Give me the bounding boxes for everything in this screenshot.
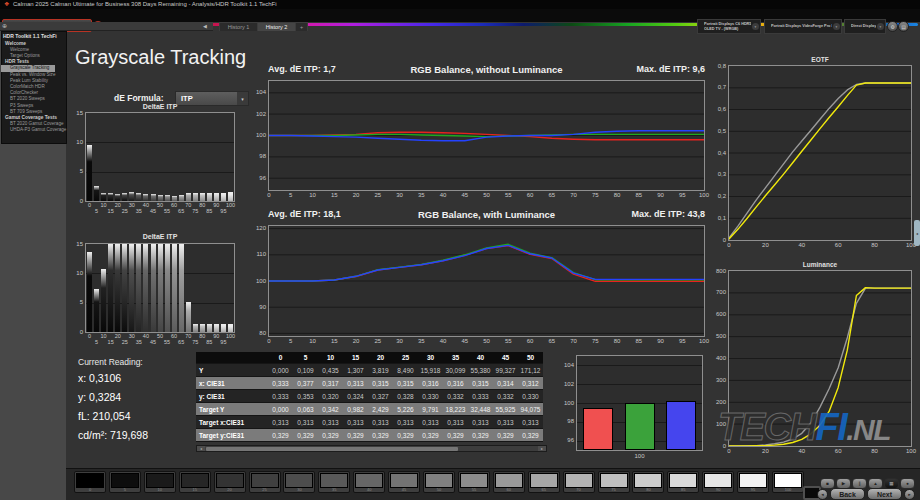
x-tick-label: 70 <box>565 338 583 344</box>
gray-patch-button-60[interactable]: 60 <box>493 471 525 493</box>
gray-swatch <box>76 473 104 488</box>
gray-patch-button-5[interactable]: 5 <box>109 471 141 493</box>
meter-device-panel[interactable]: Portrait Displays C6 HDR5000OLED TV - (W… <box>697 19 761 34</box>
gray-patch-button-85[interactable]: 85 <box>667 471 699 493</box>
table-cell: 0,329 <box>468 432 493 439</box>
gray-patch-button-20[interactable]: 20 <box>214 471 246 493</box>
bar <box>666 401 696 450</box>
rgb1-max-label: Max. dE ITP: 9,6 <box>560 64 705 74</box>
display-dropdown-button[interactable]: ▾ <box>877 23 884 30</box>
patch-label: 5 <box>110 487 140 492</box>
bar <box>200 193 205 201</box>
scroll-right-icon[interactable]: ▸ <box>538 446 546 451</box>
table-cell: 0,313 <box>343 419 368 426</box>
table-cell: 0,313 <box>293 419 318 426</box>
next-arrow-button[interactable]: ► <box>904 489 915 500</box>
table-cell: 1,307 <box>343 367 368 374</box>
x-tick-label: 20 <box>347 338 365 344</box>
gray-patch-button-55[interactable]: 55 <box>458 471 490 493</box>
scroll-left-icon[interactable]: ◂ <box>197 446 205 451</box>
techfi-watermark: TECHFI.NL <box>718 406 890 449</box>
gridline <box>577 365 702 366</box>
gray-swatch <box>425 473 453 488</box>
gray-patch-button-90[interactable]: 90 <box>702 471 734 493</box>
gray-patch-button-45[interactable]: 45 <box>388 471 420 493</box>
gray-patch-button-100[interactable]: 100 <box>772 471 804 493</box>
meter-dropdown-button[interactable]: ▾ <box>752 23 759 30</box>
table-cell: 0,329 <box>493 432 518 439</box>
table-column-header: 45 <box>493 354 518 361</box>
sidebar-item-uhda-p3-gamut-coverage[interactable]: UHDA-P3 Gamut Coverage <box>1 127 65 133</box>
gray-patch-button-30[interactable]: 30 <box>283 471 315 493</box>
table-cell: 0,313 <box>368 419 393 426</box>
gridline <box>577 384 702 385</box>
table-column-header: 35 <box>443 354 468 361</box>
gray-patch-button-35[interactable]: 35 <box>318 471 350 493</box>
next-button[interactable]: Next <box>867 488 902 500</box>
tab-history-1[interactable]: History 1 <box>219 22 258 31</box>
y-tick-label: 80 <box>247 330 266 336</box>
delta-e-top-chart: 0510150510152025303540455055606570758085… <box>85 112 235 202</box>
bar <box>214 324 219 332</box>
gray-swatch <box>320 473 348 488</box>
x-tick-label: 75 <box>586 338 604 344</box>
table-cell: 0,329 <box>443 432 468 439</box>
table-cell: 0,317 <box>318 380 343 387</box>
panel-splitter-handle[interactable]: ◂ <box>914 220 920 246</box>
display-control-panel[interactable]: Direct Display Control ▾ <box>844 19 886 34</box>
table-scrollbar[interactable]: ◂ ▸ <box>196 445 547 452</box>
layout-button[interactable]: ▤ <box>898 21 909 32</box>
window-title: Calman 2025 Calman Ultimate for Business… <box>13 1 277 7</box>
generator-dropdown-button[interactable]: ▾ <box>833 23 840 30</box>
gray-swatch <box>565 473 593 488</box>
table-cell: 15,918 <box>418 367 443 374</box>
bar <box>143 244 148 332</box>
gray-swatch <box>634 473 662 488</box>
table-cell: 0,320 <box>318 393 343 400</box>
sidebar-item-grayscale-tracking[interactable]: Grayscale Tracking <box>1 65 55 71</box>
table-cell: 0,313 <box>518 419 543 426</box>
table-cell: 55,380 <box>468 367 493 374</box>
table-cell: 0,329 <box>293 432 318 439</box>
scrollbar-thumb[interactable] <box>206 447 458 451</box>
generator-device-panel[interactable]: Portrait Displays VideoForge Pro 8K ▾ <box>764 19 842 34</box>
bar <box>87 145 92 201</box>
tab-history-2[interactable]: History 2 <box>257 22 296 31</box>
collapse-panel-icon[interactable]: ◀ <box>203 23 207 30</box>
table-cell: 0,315 <box>393 380 418 387</box>
gray-patch-button-70[interactable]: 70 <box>563 471 595 493</box>
gray-patch-button-80[interactable]: 80 <box>632 471 664 493</box>
gray-patch-button-25[interactable]: 25 <box>249 471 281 493</box>
settings-button[interactable]: ⚙ <box>887 21 898 32</box>
back-button[interactable]: Back <box>830 488 865 500</box>
gray-patch-button-40[interactable]: 40 <box>353 471 385 493</box>
add-page-icon[interactable]: ⊕ <box>2 22 7 30</box>
y-tick-label: 0,4 <box>707 150 726 156</box>
table-cell: 0,329 <box>318 432 343 439</box>
gray-patch-button-50[interactable]: 50 <box>423 471 455 493</box>
bar <box>94 289 99 332</box>
back-arrow-button[interactable]: ◄ <box>817 489 828 500</box>
gray-patch-button-0[interactable]: 0 <box>74 471 106 493</box>
gray-patch-button-95[interactable]: 95 <box>737 471 769 493</box>
bar <box>108 193 113 201</box>
gray-patch-button-10[interactable]: 10 <box>144 471 176 493</box>
gray-patch-button-65[interactable]: 65 <box>528 471 560 493</box>
tab-add-button[interactable]: + <box>295 22 308 31</box>
patch-label: 100 <box>773 487 803 492</box>
table-cell: 0,313 <box>318 419 343 426</box>
gray-swatch <box>285 473 313 488</box>
x-tick-label: 70 <box>565 192 583 198</box>
x-tick-label: 90 <box>652 192 670 198</box>
table-cell: 0,332 <box>493 393 518 400</box>
gray-patch-button-15[interactable]: 15 <box>179 471 211 493</box>
calman-app-window: ❖ Calman 2025 Calman Ultimate for Busine… <box>0 0 920 500</box>
gray-patch-button-75[interactable]: 75 <box>598 471 630 493</box>
bar <box>158 244 163 332</box>
x-tick-label: 20 <box>756 242 774 248</box>
x-tick-label: 0 <box>260 192 278 198</box>
generator-name: Portrait Displays VideoForge Pro 8K <box>771 24 832 28</box>
y-tick-label: 0 <box>64 198 83 204</box>
sidebar-item-peak-vs-window-size[interactable]: Peak vs. Window Size <box>1 72 65 78</box>
gray-swatch <box>146 473 174 488</box>
